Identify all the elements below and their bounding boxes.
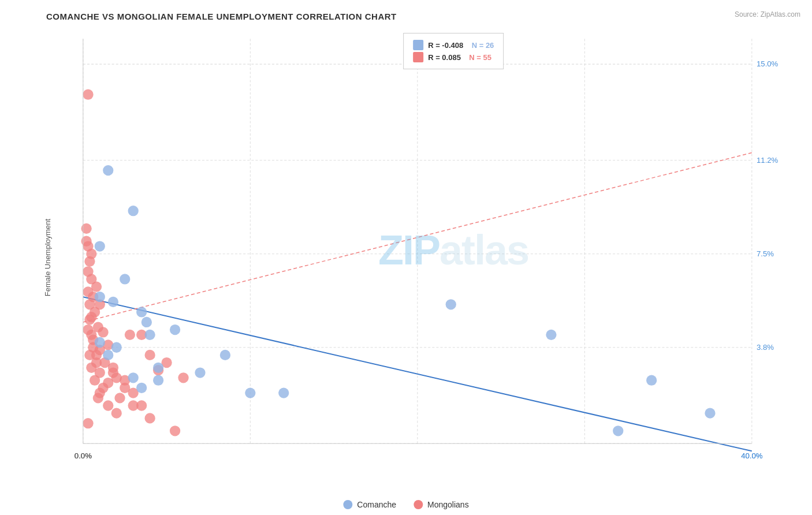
svg-point-97 xyxy=(546,330,556,340)
svg-point-66 xyxy=(103,400,113,410)
svg-point-68 xyxy=(83,418,93,428)
svg-point-56 xyxy=(84,299,95,309)
legend-box: R = -0.408 N = 26 R = 0.085 N = 55 xyxy=(403,33,504,69)
chart-title: COMANCHE VS MONGOLIAN FEMALE UNEMPLOYMEN… xyxy=(46,12,800,21)
svg-point-61 xyxy=(91,357,102,368)
svg-point-47 xyxy=(86,312,96,322)
svg-point-32 xyxy=(98,327,108,337)
svg-point-78 xyxy=(120,274,130,284)
legend-color-mongolian xyxy=(413,52,423,62)
source-text: Source: ZipAtlas.com xyxy=(735,10,800,18)
svg-point-88 xyxy=(220,350,230,360)
svg-point-95 xyxy=(278,387,289,398)
svg-point-91 xyxy=(128,372,139,383)
svg-text:3.8%: 3.8% xyxy=(757,343,774,352)
legend-color-comanche xyxy=(413,40,423,50)
svg-point-75 xyxy=(103,165,113,176)
svg-point-48 xyxy=(125,330,135,340)
svg-text:7.5%: 7.5% xyxy=(757,249,774,258)
svg-point-73 xyxy=(145,413,155,423)
svg-point-90 xyxy=(195,367,205,378)
svg-point-81 xyxy=(136,307,147,317)
svg-point-89 xyxy=(153,363,163,373)
svg-point-69 xyxy=(108,363,118,373)
svg-point-96 xyxy=(446,299,456,309)
svg-point-58 xyxy=(86,330,96,340)
svg-point-83 xyxy=(170,324,180,335)
svg-text:11.2%: 11.2% xyxy=(757,156,779,165)
svg-point-67 xyxy=(111,408,122,419)
svg-point-92 xyxy=(153,375,163,386)
svg-point-63 xyxy=(90,375,100,386)
chart-container: COMANCHE VS MONGOLIAN FEMALE UNEMPLOYMEN… xyxy=(0,0,812,515)
svg-point-46 xyxy=(83,89,93,100)
svg-point-77 xyxy=(95,241,105,251)
svg-text:15.0%: 15.0% xyxy=(757,59,779,68)
svg-point-98 xyxy=(646,375,657,386)
svg-point-55 xyxy=(83,286,93,297)
svg-point-87 xyxy=(103,350,113,360)
svg-point-86 xyxy=(111,342,122,353)
mongolian-label: Mongolians xyxy=(427,500,469,509)
legend-row-comanche: R = -0.408 N = 26 xyxy=(413,40,494,50)
svg-point-93 xyxy=(136,383,147,393)
svg-point-50 xyxy=(145,350,155,360)
mongolian-legend-circle xyxy=(414,500,423,509)
svg-point-20 xyxy=(81,223,91,234)
svg-point-44 xyxy=(114,393,125,403)
svg-point-64 xyxy=(98,383,108,393)
svg-point-54 xyxy=(81,236,91,247)
svg-text:0.0%: 0.0% xyxy=(75,451,92,460)
legend-r-mongolian: R = 0.085 N = 55 xyxy=(428,53,491,62)
svg-point-94 xyxy=(245,387,255,398)
svg-point-100 xyxy=(613,426,623,436)
svg-text:40.0%: 40.0% xyxy=(741,451,763,460)
svg-point-79 xyxy=(95,292,105,302)
comanche-legend-circle xyxy=(343,500,352,509)
comanche-label: Comanche xyxy=(357,500,396,509)
bottom-legend-mongolian: Mongolians xyxy=(414,500,469,509)
svg-point-85 xyxy=(95,337,105,348)
svg-point-65 xyxy=(93,393,103,403)
bottom-legend-comanche: Comanche xyxy=(343,500,396,509)
svg-point-99 xyxy=(705,408,715,419)
svg-point-84 xyxy=(145,330,155,340)
svg-point-74 xyxy=(170,426,180,436)
legend-row-mongolian: R = 0.085 N = 55 xyxy=(413,52,494,62)
svg-point-23 xyxy=(84,256,95,267)
svg-point-76 xyxy=(128,206,139,216)
bottom-legend: Comanche Mongolians xyxy=(343,500,468,509)
svg-point-53 xyxy=(178,372,188,383)
scatter-chart: 3.8%7.5%11.2%15.0%0.0%40.0%0.0%40.0% xyxy=(46,27,800,473)
svg-point-72 xyxy=(136,400,147,410)
svg-point-80 xyxy=(108,297,118,307)
legend-r-comanche: R = -0.408 N = 26 xyxy=(428,41,494,50)
chart-area: R = -0.408 N = 26 R = 0.085 N = 55 ZIPat… xyxy=(46,27,800,473)
svg-point-82 xyxy=(141,317,152,327)
